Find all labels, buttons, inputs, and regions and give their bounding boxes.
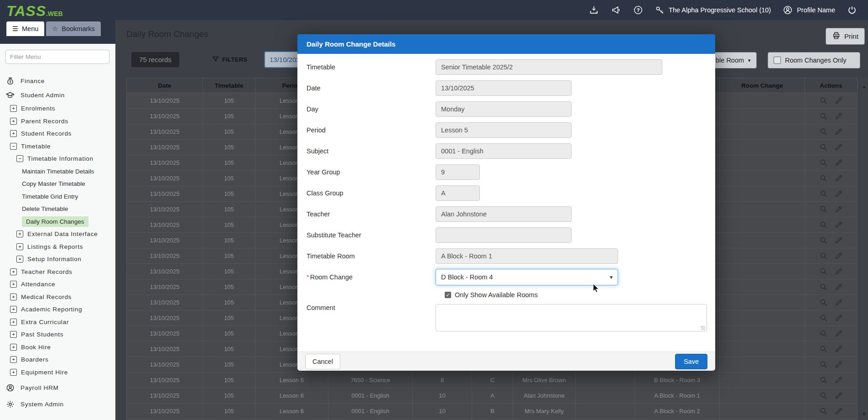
edit-pencil-icon[interactable] (835, 330, 842, 337)
sidebar-item-extra-curricular[interactable]: +Extra Curricular (0, 316, 115, 329)
view-magnifier-icon[interactable] (820, 174, 827, 182)
cancel-button[interactable]: Cancel (305, 354, 340, 369)
gradcap-icon (5, 91, 15, 100)
school-name: The Alpha Progressive School (10) (669, 6, 771, 14)
scroll-down-icon[interactable]: ▼ (862, 411, 867, 416)
sidebar-item-parent-records[interactable]: +Parent Records (0, 115, 115, 128)
sidebar-item-listings-reports[interactable]: +Listings & Reports (0, 241, 115, 253)
view-magnifier-icon[interactable] (820, 283, 827, 291)
sidebar-header: TASS.WEB ☰Menu ☆Bookmarks (0, 0, 115, 44)
view-magnifier-icon[interactable] (820, 361, 827, 368)
edit-pencil-icon[interactable] (835, 376, 842, 384)
view-magnifier-icon[interactable] (820, 392, 827, 399)
sidebar-item-student-records[interactable]: +Student Records (0, 127, 115, 140)
table-row: 13/10/2025105Lesson 60001 - English10AAl… (126, 388, 858, 404)
sidebar-item-academic-reporting[interactable]: +Academic Reporting (0, 303, 115, 316)
sidebar-item-attendance[interactable]: +Attendance (0, 278, 115, 291)
edit-pencil-icon[interactable] (835, 299, 842, 306)
edit-pencil-icon[interactable] (835, 221, 842, 229)
sidebar-item-system-admin[interactable]: System Admin (0, 397, 115, 411)
edit-pencil-icon[interactable] (835, 283, 842, 291)
room-changes-only-checkbox[interactable]: Room Changes Only (768, 52, 860, 68)
edit-pencil-icon[interactable] (835, 252, 842, 260)
sidebar-item-past-students[interactable]: +Past Students (0, 328, 115, 341)
view-magnifier-icon[interactable] (820, 236, 827, 244)
view-magnifier-icon[interactable] (820, 252, 827, 260)
field-row-subject: Subject0001 - English (307, 143, 706, 159)
sidebar-item-timetable-grid-entry[interactable]: Timetable Grid Entry (0, 190, 115, 203)
edit-pencil-icon[interactable] (835, 174, 842, 182)
filter-menu-input[interactable] (5, 50, 109, 64)
edit-pencil-icon[interactable] (835, 407, 842, 415)
sidebar-item-boarders[interactable]: +Boarders (0, 353, 115, 366)
edit-pencil-icon[interactable] (835, 112, 842, 120)
scroll-up-icon[interactable]: ▲ (862, 84, 867, 89)
profile-menu[interactable]: Profile Name (783, 5, 835, 15)
column-header-date: Date (126, 78, 203, 93)
save-button[interactable]: Save (675, 354, 707, 369)
sidebar-item-enrolments[interactable]: +Enrolments (0, 102, 115, 115)
view-magnifier-icon[interactable] (820, 376, 827, 384)
view-magnifier-icon[interactable] (820, 97, 827, 105)
plus-icon: + (10, 130, 17, 137)
announcements-icon[interactable] (611, 5, 621, 15)
edit-pencil-icon[interactable] (835, 190, 842, 198)
edit-pencil-icon[interactable] (835, 97, 842, 105)
field-label-room-change: *Room Change (307, 273, 436, 281)
sidebar-item-medical-records[interactable]: +Medical Records (0, 291, 115, 304)
view-magnifier-icon[interactable] (820, 299, 827, 306)
edit-pencil-icon[interactable] (835, 205, 842, 213)
timetable-room-dropdown[interactable]: ble Room ▾ (710, 52, 757, 68)
sidebar-item-timetable[interactable]: −Timetable (0, 140, 115, 153)
vertical-scrollbar[interactable]: ▲ ▼ (860, 78, 868, 420)
view-magnifier-icon[interactable] (820, 407, 827, 415)
help-icon[interactable]: ? (633, 5, 643, 15)
view-magnifier-icon[interactable] (820, 330, 827, 337)
field-label-timetable-room: Timetable Room (307, 252, 436, 260)
school-selector[interactable]: The Alpha Progressive School (10) (655, 5, 771, 15)
view-magnifier-icon[interactable] (820, 205, 827, 213)
view-magnifier-icon[interactable] (820, 159, 827, 167)
sidebar-item-teacher-records[interactable]: +Teacher Records (0, 266, 115, 278)
sidebar-item-maintain-timetable-details[interactable]: Maintain Timetable Details (0, 165, 115, 178)
tab-bookmarks[interactable]: ☆Bookmarks (46, 21, 101, 36)
edit-pencil-icon[interactable] (835, 345, 842, 353)
view-magnifier-icon[interactable] (820, 143, 827, 151)
edit-pencil-icon[interactable] (835, 314, 842, 322)
room-change-select[interactable]: D Block - Room 4▾ (436, 269, 618, 285)
tass-logo: TASS.WEB (0, 4, 115, 18)
tab-menu[interactable]: ☰Menu (6, 21, 44, 36)
sidebar-tabs: ☰Menu ☆Bookmarks (0, 21, 115, 36)
view-magnifier-icon[interactable] (820, 112, 827, 120)
checkbox-checked-icon[interactable]: ✓ (445, 292, 451, 298)
edit-pencil-icon[interactable] (835, 268, 842, 275)
view-magnifier-icon[interactable] (820, 190, 827, 198)
view-magnifier-icon[interactable] (820, 345, 827, 353)
sidebar-item-setup-information[interactable]: +Setup Information (0, 253, 115, 266)
sidebar-item-external-data-interface[interactable]: +External Data Interface (0, 228, 115, 241)
edit-pencil-icon[interactable] (835, 159, 842, 167)
comment-textarea[interactable] (436, 304, 707, 331)
sidebar-item-copy-master-timetable[interactable]: Copy Master Timetable (0, 178, 115, 190)
sidebar-item-book-hire[interactable]: +Book Hire (0, 341, 115, 354)
sidebar-item-delete-timetable[interactable]: Delete Timetable (0, 203, 115, 215)
teacher-field: Alan Johnstone (436, 206, 572, 222)
edit-pencil-icon[interactable] (835, 236, 842, 244)
sidebar-item-student-admin[interactable]: Student Admin (0, 88, 115, 102)
edit-pencil-icon[interactable] (835, 392, 842, 399)
sidebar-item-equipment-hire[interactable]: +Equipment Hire (0, 366, 115, 379)
edit-pencil-icon[interactable] (835, 361, 842, 368)
sidebar-item-finance[interactable]: $Finance (0, 74, 115, 88)
sidebar-item-payroll-hrm[interactable]: Payroll HRM (0, 381, 115, 395)
edit-pencil-icon[interactable] (835, 128, 842, 136)
sidebar-item-daily-room-changes[interactable]: Daily Room Changes (0, 215, 115, 228)
download-icon[interactable] (589, 5, 599, 15)
edit-pencil-icon[interactable] (835, 143, 842, 151)
view-magnifier-icon[interactable] (820, 221, 827, 229)
logout-power-icon[interactable] (847, 5, 857, 15)
view-magnifier-icon[interactable] (820, 128, 827, 136)
view-magnifier-icon[interactable] (820, 314, 827, 322)
view-magnifier-icon[interactable] (820, 268, 827, 275)
print-button[interactable]: Print (826, 28, 865, 45)
sidebar-item-timetable-information[interactable]: −Timetable Information (0, 152, 115, 165)
